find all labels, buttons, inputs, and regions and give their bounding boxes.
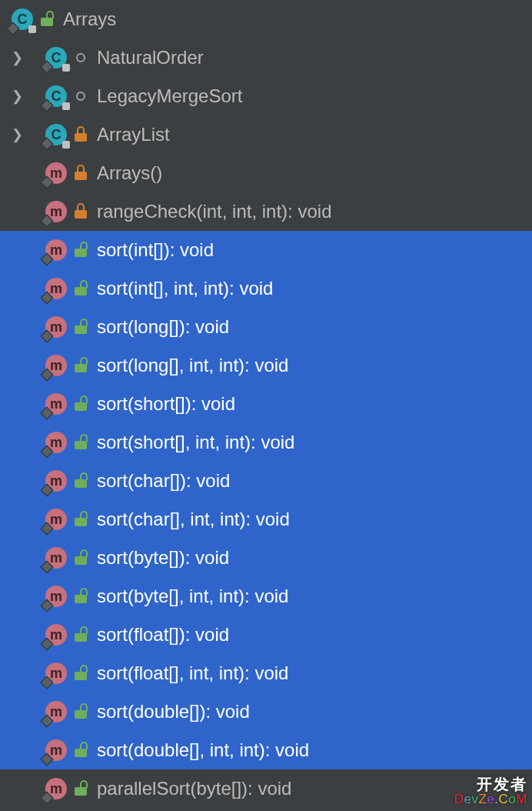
expand-arrow-icon[interactable]: ❯	[9, 88, 25, 105]
package-dot-icon	[76, 53, 85, 62]
public-lock-icon	[75, 397, 87, 411]
tree-item[interactable]: msort(short[], int, int): void	[0, 423, 532, 462]
member-label: sort(double[], int, int): void	[92, 739, 309, 761]
member-label: sort(int[]): void	[92, 239, 214, 261]
member-label: sort(byte[]): void	[92, 547, 229, 569]
public-lock-icon	[75, 243, 87, 257]
tree-item[interactable]: mparallelSort(byte[]): void	[0, 769, 532, 808]
tree-item[interactable]: ❯CLegacyMergeSort	[0, 77, 532, 115]
member-label: sort(char[], int, int): void	[92, 509, 290, 530]
tree-item[interactable]: msort(char[], int, int): void	[0, 500, 532, 539]
method-icon: m	[45, 778, 67, 799]
tree-item[interactable]: msort(byte[]): void	[0, 539, 532, 577]
member-label: sort(short[]): void	[92, 393, 235, 415]
method-icon: m	[45, 739, 67, 761]
member-label: sort(long[]): void	[92, 316, 229, 338]
tree-item[interactable]: msort(double[]): void	[0, 693, 532, 731]
public-lock-icon	[75, 474, 87, 488]
class-icon: C	[45, 85, 67, 107]
member-label: sort(int[], int, int): void	[92, 278, 273, 299]
structure-tree[interactable]: CArrays❯CNaturalOrder❯CLegacyMergeSort❯C…	[0, 0, 532, 808]
method-icon: m	[45, 547, 67, 569]
tree-item[interactable]: mrangeCheck(int, int, int): void	[0, 192, 532, 231]
tree-item[interactable]: msort(int[], int, int): void	[0, 269, 532, 308]
tree-item[interactable]: msort(long[], int, int): void	[0, 346, 532, 385]
public-lock-icon	[75, 436, 87, 449]
method-icon: m	[45, 239, 67, 261]
method-icon: m	[45, 624, 67, 646]
method-icon: m	[45, 278, 67, 299]
expand-arrow-icon[interactable]: ❯	[9, 49, 25, 66]
method-icon: m	[45, 201, 67, 222]
member-label: ArrayList	[92, 124, 170, 145]
method-icon: m	[45, 509, 67, 530]
member-label: Arrays()	[92, 162, 162, 184]
tree-item[interactable]: msort(long[]): void	[0, 308, 532, 346]
tree-item[interactable]: msort(float[]): void	[0, 616, 532, 654]
public-lock-icon	[75, 551, 87, 565]
tree-item[interactable]: ❯CNaturalOrder	[0, 38, 532, 77]
class-icon: C	[45, 124, 67, 145]
member-label: sort(float[], int, int): void	[92, 662, 288, 684]
public-lock-icon	[75, 359, 87, 372]
public-lock-icon	[75, 628, 87, 642]
tree-item[interactable]: msort(short[]): void	[0, 385, 532, 423]
public-lock-icon	[41, 12, 53, 26]
member-label: parallelSort(byte[]): void	[92, 778, 291, 799]
private-lock-icon	[75, 205, 87, 219]
class-icon: C	[45, 47, 67, 68]
tree-item[interactable]: msort(double[], int, int): void	[0, 731, 532, 769]
member-label: sort(long[], int, int): void	[92, 355, 288, 376]
public-lock-icon	[75, 589, 87, 603]
method-icon: m	[45, 701, 67, 723]
method-icon: m	[45, 355, 67, 376]
public-lock-icon	[75, 320, 87, 334]
tree-item[interactable]: msort(char[]): void	[0, 462, 532, 500]
tree-item[interactable]: msort(int[]): void	[0, 231, 532, 269]
member-label: NaturalOrder	[92, 47, 204, 68]
method-icon: m	[45, 316, 67, 338]
method-icon: m	[45, 586, 67, 607]
member-label: sort(short[], int, int): void	[92, 432, 294, 453]
private-lock-icon	[75, 166, 87, 180]
class-icon: C	[12, 8, 33, 30]
member-label: sort(char[]): void	[92, 470, 230, 492]
member-label: sort(byte[], int, int): void	[92, 586, 288, 607]
member-label: sort(double[]): void	[92, 701, 250, 723]
expand-arrow-icon[interactable]: ❯	[9, 126, 25, 143]
tree-item[interactable]: msort(float[], int, int): void	[0, 654, 532, 693]
method-icon: m	[45, 470, 67, 492]
tree-item[interactable]: msort(byte[], int, int): void	[0, 577, 532, 616]
public-lock-icon	[75, 743, 87, 757]
method-icon: m	[45, 393, 67, 415]
public-lock-icon	[75, 782, 87, 796]
public-lock-icon	[75, 666, 87, 680]
class-name-label: Arrays	[58, 8, 116, 30]
class-header-row[interactable]: CArrays	[0, 0, 532, 38]
method-icon: m	[45, 432, 67, 453]
tree-item[interactable]: mArrays()	[0, 154, 532, 192]
public-lock-icon	[75, 512, 87, 526]
public-lock-icon	[75, 705, 87, 719]
method-icon: m	[45, 162, 67, 184]
method-icon: m	[45, 662, 67, 684]
private-lock-icon	[75, 128, 87, 142]
package-dot-icon	[76, 92, 85, 101]
member-label: sort(float[]): void	[92, 624, 229, 646]
member-label: LegacyMergeSort	[92, 85, 242, 107]
member-label: rangeCheck(int, int, int): void	[92, 201, 331, 222]
public-lock-icon	[75, 282, 87, 295]
tree-item[interactable]: ❯CArrayList	[0, 115, 532, 154]
